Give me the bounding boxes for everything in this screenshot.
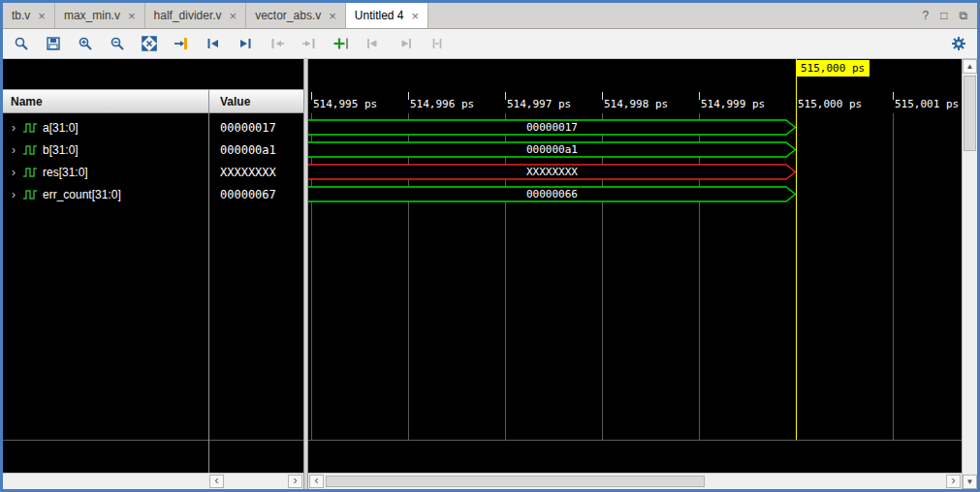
settings-gear-icon[interactable] — [950, 35, 967, 52]
tab-max-min-v[interactable]: max_min.v × — [55, 3, 145, 28]
waveform-canvas[interactable]: 00000017 000000a1 XXXXXXXX — [308, 113, 962, 440]
signal-panel: Name Value › a[31:0] 00000017 › — [3, 59, 303, 489]
time-tick-label: 514,995 ps — [313, 98, 377, 110]
bus-value-label: XXXXXXXX — [308, 165, 796, 179]
waveform-hscrollbar[interactable]: ‹ › — [308, 473, 962, 489]
scroll-right-button[interactable]: › — [946, 475, 961, 488]
scroll-left-button[interactable]: ‹ — [209, 475, 224, 488]
bus-signal-icon — [22, 144, 38, 156]
signal-value: 00000067 — [220, 188, 276, 201]
signal-value: 00000017 — [220, 121, 276, 135]
editor-tabbar: tb.v × max_min.v × half_divider.v × vect… — [3, 3, 977, 29]
time-tick-label: 514,999 ps — [701, 98, 765, 110]
time-axis: 514,995 ps 514,996 ps 514,997 ps 514,998… — [308, 59, 962, 113]
signal-panel-hscrollbar[interactable]: ‹ › — [3, 473, 303, 489]
tab-untitled-4[interactable]: Untitled 4 × — [346, 3, 428, 28]
name-column-header[interactable]: Name — [11, 95, 43, 108]
time-tick-label: 514,998 ps — [604, 98, 668, 110]
signal-table-header: Name Value — [3, 89, 303, 113]
tab-label: Untitled 4 — [355, 9, 404, 22]
tab-label: tb.v — [12, 9, 30, 22]
close-icon[interactable]: × — [412, 10, 420, 22]
signal-row-res[interactable]: › res[31:0] XXXXXXXX — [3, 161, 303, 183]
signal-row-a[interactable]: › a[31:0] 00000017 — [3, 116, 303, 138]
wave-trace-err-count[interactable]: 00000066 — [308, 183, 962, 205]
hscroll-thumb[interactable] — [326, 476, 705, 487]
previous-transition-icon[interactable] — [205, 35, 222, 52]
bus-value-label: 00000017 — [308, 120, 796, 135]
expand-chevron-icon[interactable]: › — [8, 188, 19, 201]
zoom-out-icon[interactable] — [109, 35, 126, 52]
wave-toolbar — [3, 29, 977, 59]
window-controls: ? □ ⧉ — [912, 3, 977, 28]
close-icon[interactable]: × — [230, 10, 237, 22]
wave-trace-a[interactable]: 00000017 — [308, 116, 962, 138]
find-icon[interactable] — [13, 35, 30, 52]
signal-panel-top-spacer — [3, 59, 303, 89]
save-icon[interactable] — [45, 35, 62, 52]
expand-chevron-icon[interactable]: › — [8, 166, 19, 179]
wave-traces: 00000017 000000a1 XXXXXXXX — [308, 116, 962, 205]
axis-tick — [602, 92, 603, 100]
signal-name: b[31:0] — [43, 143, 79, 157]
tab-tb-v[interactable]: tb.v × — [3, 3, 55, 28]
scroll-up-button[interactable]: ▲ — [963, 59, 977, 74]
axis-tick — [893, 92, 894, 100]
maximize-icon[interactable]: □ — [940, 9, 947, 22]
cursor-time-badge[interactable]: 515,000 ps — [796, 60, 869, 77]
add-marker-icon[interactable] — [332, 35, 350, 52]
bus-signal-icon — [22, 189, 38, 200]
expand-chevron-icon[interactable]: › — [8, 143, 19, 157]
waveform-bottom-spacer — [308, 440, 962, 473]
tab-half-divider-v[interactable]: half_divider.v × — [145, 3, 247, 28]
signal-row-err-count[interactable]: › err_count[31:0] 00000067 — [3, 183, 303, 205]
signal-panel-bottom-spacer — [3, 440, 303, 473]
time-tick-label: 514,997 ps — [507, 98, 571, 110]
previous-marker-icon[interactable] — [269, 35, 286, 52]
tab-label: vector_abs.v — [255, 9, 321, 22]
value-column-header[interactable]: Value — [220, 95, 250, 108]
axis-tick — [311, 92, 312, 100]
wave-trace-b[interactable]: 000000a1 — [308, 138, 962, 161]
scroll-left-button[interactable]: ‹ — [309, 475, 324, 488]
scroll-right-button[interactable]: › — [288, 475, 302, 488]
axis-tick — [505, 92, 506, 100]
next-marker-icon[interactable] — [300, 35, 318, 52]
time-tick-label: 514,996 ps — [410, 98, 474, 110]
zoom-to-cursor-icon[interactable] — [173, 35, 190, 52]
go-to-last-event-icon[interactable] — [396, 35, 414, 52]
tab-label: max_min.v — [64, 9, 120, 22]
bus-signal-icon — [22, 167, 38, 178]
waveform-vscrollbar[interactable]: ▲ ▼ — [962, 59, 977, 489]
signal-name: a[31:0] — [43, 121, 79, 135]
zoom-fit-icon[interactable] — [141, 35, 158, 52]
expand-chevron-icon[interactable]: › — [8, 121, 19, 135]
vivado-wave-window: tb.v × max_min.v × half_divider.v × vect… — [0, 0, 980, 492]
name-value-column-divider[interactable] — [208, 89, 209, 473]
float-icon[interactable]: ⧉ — [959, 9, 967, 22]
next-transition-icon[interactable] — [237, 35, 254, 52]
tab-label: half_divider.v — [154, 9, 222, 22]
time-cursor-line[interactable] — [796, 59, 797, 440]
time-tick-label: 515,000 ps — [798, 98, 862, 110]
bus-value-label: 000000a1 — [308, 142, 796, 157]
close-icon[interactable]: × — [329, 10, 336, 22]
zoom-in-icon[interactable] — [77, 35, 94, 52]
axis-tick — [699, 92, 700, 100]
time-range-icon[interactable] — [428, 35, 446, 52]
signal-name: err_count[31:0] — [43, 188, 121, 201]
vscroll-thumb[interactable] — [964, 76, 976, 151]
bus-value-label: 00000066 — [308, 187, 796, 201]
signal-rows: › a[31:0] 00000017 › b[31:0] 000000a1 — [3, 113, 303, 440]
close-icon[interactable]: × — [38, 10, 46, 22]
help-icon[interactable]: ? — [922, 9, 929, 22]
waveform-panel: 514,995 ps 514,996 ps 514,997 ps 514,998… — [308, 59, 962, 489]
axis-tick — [408, 92, 409, 100]
signal-value: XXXXXXXX — [220, 166, 276, 179]
tab-vector-abs-v[interactable]: vector_abs.v × — [246, 3, 346, 28]
signal-row-b[interactable]: › b[31:0] 000000a1 — [3, 138, 303, 161]
wave-trace-res[interactable]: XXXXXXXX — [308, 161, 962, 183]
scroll-down-button[interactable]: ▼ — [963, 475, 977, 489]
go-to-first-event-icon[interactable] — [364, 35, 382, 52]
close-icon[interactable]: × — [128, 10, 136, 22]
